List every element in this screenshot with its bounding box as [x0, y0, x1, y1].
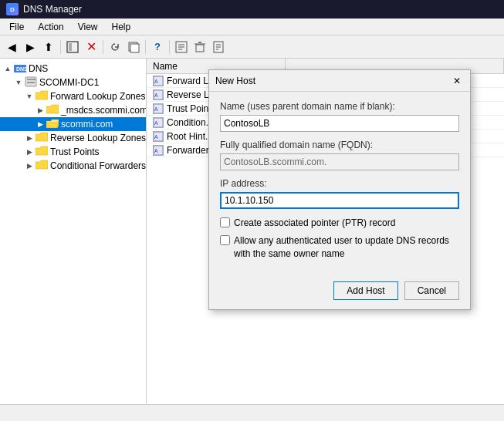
app-icon: D: [6, 3, 19, 15]
dns-tree-icon: DNS: [14, 63, 26, 74]
tree-item-server[interactable]: ▼ SCOMMI-DC1: [0, 76, 146, 89]
tree-item-trust[interactable]: ▶ Trust Points: [0, 145, 146, 159]
toolbar-sep-3: [145, 40, 146, 54]
svg-rect-3: [130, 44, 139, 52]
name-input[interactable]: [220, 115, 459, 132]
expand-icon-msdcs: ▶: [36, 106, 45, 115]
folder-icon-reverse: [36, 132, 48, 142]
expand-icon-forward: ▼: [25, 92, 34, 101]
expand-icon-dns: ▲: [3, 64, 12, 73]
expand-icon-reverse: ▶: [25, 133, 34, 143]
svg-text:A: A: [154, 106, 158, 112]
server-icon: [25, 76, 37, 87]
record-icon-5: A: [153, 145, 164, 156]
record-icon-1: A: [153, 89, 164, 100]
add-host-button[interactable]: Add Host: [333, 281, 397, 300]
ptr-checkbox[interactable]: [220, 217, 230, 227]
menu-action[interactable]: Action: [32, 20, 69, 34]
expand-icon-server: ▼: [14, 78, 23, 87]
list-item-name-3: Condition...: [167, 117, 214, 128]
svg-text:A: A: [154, 148, 158, 153]
svg-rect-19: [27, 82, 35, 83]
record-icon-0: A: [153, 76, 164, 86]
dialog-title: New Host: [215, 76, 255, 86]
svg-rect-1: [69, 43, 72, 51]
tree-item-scommi[interactable]: ▶ scommi.com: [0, 117, 146, 131]
ptr-checkbox-label[interactable]: Create associated pointer (PTR) record: [234, 217, 395, 230]
tree-label-server: SCOMMI-DC1: [39, 77, 99, 88]
tree-item-reverse[interactable]: ▶ Reverse Lookup Zones: [0, 131, 146, 145]
svg-text:DNS: DNS: [16, 66, 26, 72]
toolbar-sep-4: [169, 40, 170, 54]
name-label: Name (uses parent domain name if blank):: [220, 101, 459, 112]
record-icon-3: A: [153, 117, 164, 128]
expand-icon-scommi: ▶: [36, 120, 45, 129]
folder-icon-trust: [36, 146, 48, 156]
menu-view[interactable]: View: [72, 20, 104, 34]
toolbar-delete2[interactable]: [191, 39, 208, 56]
record-icon-2: A: [153, 103, 164, 114]
folder-icon-forward: [36, 90, 48, 100]
expand-icon-conditional: ▶: [25, 161, 34, 170]
svg-rect-8: [196, 45, 204, 52]
toolbar-help[interactable]: ?: [149, 39, 166, 56]
new-host-dialog: New Host ✕ Name (uses parent domain name…: [208, 69, 471, 310]
svg-text:A: A: [154, 79, 158, 84]
dialog-title-bar: New Host ✕: [209, 70, 470, 92]
tree-label-conditional: Conditional Forwarders: [50, 160, 146, 171]
ip-input[interactable]: [220, 192, 459, 209]
tree-label-forward: Forward Lookup Zones: [50, 91, 145, 102]
tree-item-dns[interactable]: ▲ DNS DNS: [0, 62, 146, 76]
folder-icon-conditional: [36, 160, 48, 170]
ptr-checkbox-row: Create associated pointer (PTR) record: [220, 217, 459, 230]
menu-help[interactable]: Help: [106, 20, 137, 34]
svg-rect-18: [27, 79, 35, 80]
expand-icon-trust: ▶: [25, 147, 34, 157]
toolbar-forward[interactable]: ▶: [22, 39, 39, 56]
toolbar-up[interactable]: ⬆: [40, 39, 57, 56]
fqdn-input[interactable]: [220, 153, 459, 170]
auth-checkbox[interactable]: [220, 235, 230, 245]
status-bar: [0, 404, 504, 421]
svg-point-20: [34, 79, 36, 80]
dialog-body: Name (uses parent domain name if blank):…: [209, 92, 470, 274]
auth-checkbox-label[interactable]: Allow any authenticated user to update D…: [234, 234, 459, 261]
menu-bar: File Action View Help: [0, 19, 504, 35]
tree-label-trust: Trust Points: [50, 147, 100, 157]
title-bar-text: DNS Manager: [23, 4, 82, 15]
toolbar-show-hide[interactable]: [64, 39, 81, 56]
menu-file[interactable]: File: [3, 20, 30, 34]
svg-text:A: A: [154, 120, 158, 126]
tree-label-scommi: scommi.com: [61, 119, 113, 130]
list-item-name-4: Root Hint...: [167, 131, 213, 142]
folder-open-icon-scommi: [46, 118, 59, 128]
toolbar-new-window[interactable]: [125, 39, 142, 56]
toolbar-sep-2: [103, 40, 103, 54]
tree-item-forward-lookup[interactable]: ▼ Forward Lookup Zones: [0, 89, 146, 103]
toolbar-refresh[interactable]: [107, 39, 123, 56]
toolbar-back[interactable]: ◀: [3, 39, 20, 56]
toolbar-properties[interactable]: [173, 39, 190, 56]
title-bar: D DNS Manager: [0, 0, 504, 19]
record-icon-4: A: [153, 131, 164, 142]
svg-text:A: A: [154, 93, 158, 98]
tree-label-reverse: Reverse Lookup Zones: [50, 133, 146, 143]
cancel-button[interactable]: Cancel: [404, 281, 459, 300]
dialog-close-button[interactable]: ✕: [450, 74, 464, 88]
dialog-footer: Add Host Cancel: [209, 274, 470, 309]
toolbar-export[interactable]: [210, 39, 227, 56]
ip-label: IP address:: [220, 178, 459, 189]
tree-panel: ▲ DNS DNS ▼ SCOMMI-DC1: [0, 59, 147, 404]
tree-item-msdcs[interactable]: ▶ _msdcs.scommi.com: [0, 103, 146, 117]
toolbar-delete[interactable]: ✕: [83, 39, 100, 56]
tree-item-conditional[interactable]: ▶ Conditional Forwarders: [0, 159, 146, 173]
auth-checkbox-row: Allow any authenticated user to update D…: [220, 234, 459, 261]
fqdn-label: Fully qualified domain name (FQDN):: [220, 140, 459, 150]
svg-text:A: A: [154, 134, 158, 140]
folder-icon-msdcs: [46, 104, 59, 114]
tree-label-dns: DNS: [29, 63, 48, 74]
toolbar-sep-1: [60, 40, 61, 54]
toolbar: ◀ ▶ ⬆ ✕ ?: [0, 35, 504, 59]
tree-label-msdcs: _msdcs.scommi.com: [61, 105, 147, 116]
